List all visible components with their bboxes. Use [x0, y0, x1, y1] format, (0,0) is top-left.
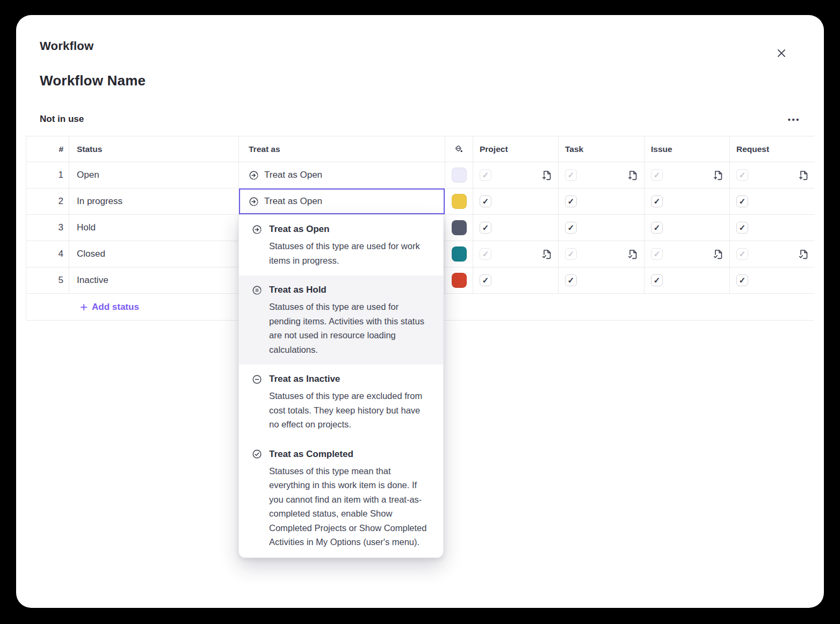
- request-cell: [730, 162, 815, 188]
- color-swatch[interactable]: [452, 246, 467, 262]
- row-number: 1: [26, 162, 69, 188]
- document-check-icon: [541, 248, 553, 260]
- request-cell: [730, 188, 815, 215]
- color-cell[interactable]: [445, 241, 473, 267]
- project-checkbox[interactable]: [480, 274, 491, 286]
- task-checkbox[interactable]: [565, 222, 577, 234]
- color-swatch[interactable]: [452, 220, 467, 235]
- task-checkbox[interactable]: [565, 274, 577, 286]
- status-cell-hold[interactable]: Hold: [69, 215, 239, 241]
- dropdown-option-treat-as-open[interactable]: Treat as Open Statuses of this type are …: [239, 215, 443, 275]
- treat-inactive-icon: [252, 374, 262, 384]
- treat-as-cell-open[interactable]: Treat as Open: [239, 162, 445, 188]
- treat-as-value: Treat as Open: [264, 170, 322, 180]
- row-number: 2: [26, 188, 69, 215]
- treat-completed-icon: [252, 449, 262, 459]
- add-document-icon: [712, 169, 724, 181]
- issue-checkbox: [651, 248, 663, 260]
- task-checkbox: [565, 169, 577, 181]
- paint-drop-icon: [454, 144, 464, 154]
- row-number: 5: [26, 267, 69, 294]
- document-check-icon: [798, 248, 809, 260]
- add-document-icon: [627, 169, 639, 181]
- task-checkbox: [565, 248, 577, 260]
- request-checkbox: [736, 169, 748, 181]
- document-check-icon: [627, 248, 639, 260]
- task-checkbox[interactable]: [565, 195, 577, 207]
- column-header-treat-as: Treat as: [239, 136, 445, 162]
- project-checkbox: [480, 248, 491, 260]
- project-checkbox[interactable]: [480, 222, 491, 234]
- issue-cell: [645, 215, 730, 241]
- color-cell[interactable]: [445, 188, 473, 215]
- treat-open-icon: [249, 197, 259, 207]
- option-title: Treat as Completed: [269, 449, 353, 460]
- project-cell: [473, 162, 559, 188]
- add-document-icon: [541, 169, 553, 181]
- status-cell-closed[interactable]: Closed: [69, 241, 239, 267]
- option-description: Statuses of this type are used for work …: [269, 239, 431, 267]
- issue-checkbox: [651, 169, 663, 181]
- treat-as-cell-in-progress-selected[interactable]: Treat as Open: [239, 188, 445, 215]
- document-check-icon: [712, 248, 724, 260]
- treat-as-dropdown: Treat as Open Statuses of this type are …: [238, 214, 444, 558]
- row-number: 3: [26, 215, 69, 241]
- issue-checkbox[interactable]: [651, 195, 663, 207]
- project-cell: [473, 215, 559, 241]
- dropdown-option-treat-as-completed[interactable]: Treat as Completed Statuses of this type…: [239, 440, 443, 557]
- request-checkbox: [736, 248, 748, 260]
- request-cell: [730, 267, 815, 294]
- option-description: Statuses of this type mean that everythi…: [269, 464, 431, 549]
- column-header-task: Task: [559, 136, 645, 162]
- color-cell[interactable]: [445, 267, 473, 294]
- issue-cell: [645, 162, 730, 188]
- status-cell-in-progress[interactable]: In progress: [69, 188, 239, 215]
- close-button[interactable]: [774, 46, 788, 60]
- issue-cell: [645, 267, 730, 294]
- request-checkbox[interactable]: [736, 274, 748, 286]
- issue-cell: [645, 241, 730, 267]
- status-cell-open[interactable]: Open: [69, 162, 239, 188]
- option-title: Treat as Open: [269, 224, 329, 235]
- row-number: 4: [26, 241, 69, 267]
- status-cell-inactive[interactable]: Inactive: [69, 267, 239, 294]
- project-checkbox[interactable]: [480, 195, 491, 207]
- close-icon: [776, 47, 787, 59]
- issue-checkbox[interactable]: [651, 222, 663, 234]
- usage-status-label: Not in use: [40, 114, 84, 125]
- task-cell: [559, 162, 645, 188]
- treat-open-icon: [249, 170, 259, 180]
- project-checkbox: [480, 169, 491, 181]
- treat-open-icon: [252, 224, 262, 235]
- project-cell: [473, 241, 559, 267]
- column-header-issue: Issue: [645, 136, 730, 162]
- request-checkbox[interactable]: [736, 195, 748, 207]
- color-cell[interactable]: [445, 162, 473, 188]
- color-swatch[interactable]: [452, 273, 467, 288]
- column-header-color: [445, 136, 473, 162]
- workflow-dialog: Workflow Workflow Name Not in use # Stat…: [16, 15, 824, 608]
- color-cell[interactable]: [445, 215, 473, 241]
- treat-as-value: Treat as Open: [264, 196, 322, 207]
- request-cell: [730, 241, 815, 267]
- project-cell: [473, 188, 559, 215]
- more-options-button[interactable]: [784, 113, 800, 125]
- dropdown-option-treat-as-hold[interactable]: Treat as Hold Statuses of this type are …: [239, 275, 443, 365]
- add-document-icon: [798, 169, 809, 181]
- option-title: Treat as Hold: [269, 285, 327, 295]
- option-description: Statuses of this type are excluded from …: [269, 389, 431, 432]
- issue-checkbox[interactable]: [651, 274, 663, 286]
- treat-hold-icon: [252, 285, 262, 295]
- column-header-request: Request: [730, 136, 815, 162]
- dropdown-option-treat-as-inactive[interactable]: Treat as Inactive Statuses of this type …: [239, 365, 443, 440]
- column-header-status: Status: [69, 136, 239, 162]
- task-cell: [559, 215, 645, 241]
- issue-cell: [645, 188, 730, 215]
- request-cell: [730, 215, 815, 241]
- color-swatch[interactable]: [452, 194, 467, 209]
- project-cell: [473, 267, 559, 294]
- request-checkbox[interactable]: [736, 222, 748, 234]
- color-swatch[interactable]: [452, 168, 467, 183]
- workflow-name: Workflow Name: [40, 72, 800, 89]
- option-description: Statuses of this type are used for pendi…: [269, 300, 431, 357]
